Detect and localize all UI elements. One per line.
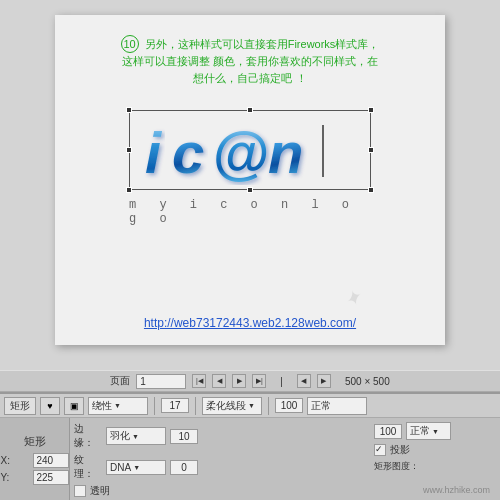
handle-bottom-left[interactable] [126, 187, 132, 193]
svg-text:c: c [172, 120, 204, 185]
rect-size-row: 矩形图度： [374, 460, 496, 473]
zoom-out-btn[interactable]: ◀ [297, 374, 311, 388]
icon-selection-box[interactable]: i c @ n [129, 110, 371, 190]
opacity-num[interactable]: 100 [374, 424, 402, 439]
icon-logo-container: i c @ n m y i c o n l o g o [129, 110, 371, 226]
y-value[interactable]: 225 [33, 470, 69, 485]
edge-label1: 边缘： [74, 422, 102, 450]
x-value[interactable]: 240 [33, 453, 69, 468]
number-field-17: 17 [161, 398, 189, 413]
shadow-checkbox[interactable] [374, 444, 386, 456]
annotation-line3: 想什么，自己搞定吧 ！ [193, 72, 306, 84]
edge-type-val1: 羽化 [110, 429, 130, 443]
texture-num1[interactable]: 0 [170, 460, 198, 475]
mode-dropdown-arrow: ▼ [114, 402, 121, 409]
texture-type-dropdown1[interactable]: DNA ▼ [106, 460, 166, 475]
xy-coords: X: 240 Y: 225 [1, 453, 69, 485]
annotation-number: 10 [121, 35, 139, 53]
properties-panel: 矩形 ♥ ▣ 绕性 ▼ 17 柔化线段 ▼ 100 正常 矩形 [0, 392, 500, 500]
handle-top-left[interactable] [126, 107, 132, 113]
annotation-line2: 这样可以直接调整 颜色，套用你喜欢的不同样式，在 [122, 55, 378, 67]
arrow1: ▼ [132, 433, 139, 440]
mode-label: 绕性 [92, 399, 112, 413]
transparent-row: 透明 [74, 484, 366, 498]
handle-bottom-right[interactable] [368, 187, 374, 193]
canvas-area: 10 另外，这种样式可以直接套用Fireworks样式库， 这样可以直接调整 颜… [0, 0, 500, 370]
edge-dropdown-arrow: ▼ [248, 402, 255, 409]
page-last-btn[interactable]: ▶| [252, 374, 266, 388]
blend-arrow: ▼ [432, 428, 439, 435]
shadow-label: 投影 [390, 443, 410, 457]
transparent-label: 透明 [90, 484, 110, 498]
texture-type-val1: DNA [110, 462, 131, 473]
mode-dropdown[interactable]: 绕性 ▼ [88, 397, 148, 415]
watermark: ✦ [329, 249, 421, 325]
page-next-btn[interactable]: ▶ [232, 374, 246, 388]
opacity-blend-row: 100 正常 ▼ [374, 422, 496, 440]
status-bar: 页面 1 |◀ ◀ ▶ ▶| | ◀ ▶ 500 × 500 [0, 370, 500, 392]
shape-type-label: 矩形 [4, 397, 36, 415]
fill-icon: ▣ [70, 401, 79, 411]
transparent-checkbox[interactable] [74, 485, 86, 497]
blend-val: 正常 [410, 424, 430, 438]
props-middle-panel: 边缘： 羽化 ▼ 10 纹理： DNA ▼ 0 透明 边缘： [70, 418, 370, 500]
separator3 [268, 397, 269, 415]
annotation-block: 10 另外，这种样式可以直接套用Fireworks样式库， 这样可以直接调整 颜… [80, 35, 420, 86]
edge-type-dropdown1[interactable]: 羽化 ▼ [106, 427, 166, 445]
x-label: X: [1, 455, 29, 466]
props-left-panel: 矩形 X: 240 Y: 225 [0, 418, 70, 500]
props-icon-btn2[interactable]: ▣ [64, 397, 84, 415]
zoom-in-btn[interactable]: ▶ [317, 374, 331, 388]
separator: | [280, 376, 283, 387]
icon-logo-svg: i c @ n [140, 115, 360, 185]
x-coord-row: X: 240 [1, 453, 69, 468]
watermark-svg: ✦ [329, 249, 419, 318]
handle-bottom-mid[interactable] [247, 187, 253, 193]
url-link[interactable]: http://web73172443.web2.128web.com/ [144, 316, 356, 330]
heart-icon: ♥ [47, 401, 52, 411]
svg-text:n: n [268, 120, 303, 185]
blend-mode-label: 正常 [311, 399, 331, 413]
props-icon-btn1[interactable]: ♥ [40, 397, 60, 415]
page-first-btn[interactable]: |◀ [192, 374, 206, 388]
y-label: Y: [1, 472, 29, 483]
arrow2: ▼ [133, 464, 140, 471]
texture-label1: 纹理： [74, 453, 102, 481]
canvas-size: 500 × 500 [345, 376, 390, 387]
page-number-field[interactable]: 1 [136, 374, 186, 389]
handle-mid-right[interactable] [368, 147, 374, 153]
separator2 [195, 397, 196, 415]
shape-label: 矩形 [24, 434, 46, 449]
edge-row1: 边缘： 羽化 ▼ 10 [74, 422, 366, 450]
blend-mode-dropdown[interactable]: 正常 [307, 397, 367, 415]
props-top-row: 矩形 ♥ ▣ 绕性 ▼ 17 柔化线段 ▼ 100 正常 [0, 394, 500, 418]
page-label: 页面 [110, 374, 130, 388]
page-number: 1 [140, 376, 146, 387]
edge-num1[interactable]: 10 [170, 429, 198, 444]
document: 10 另外，这种样式可以直接套用Fireworks样式库， 这样可以直接调整 颜… [55, 15, 445, 345]
handle-top-right[interactable] [368, 107, 374, 113]
edge-style-dropdown[interactable]: 柔化线段 ▼ [202, 397, 262, 415]
edge-style-label: 柔化线段 [206, 399, 246, 413]
page-prev-btn[interactable]: ◀ [212, 374, 226, 388]
texture-row1: 纹理： DNA ▼ 0 [74, 453, 366, 481]
annotation-line1: 另外，这种样式可以直接套用Fireworks样式库， [145, 38, 380, 50]
status-bar-center: 页面 1 |◀ ◀ ▶ ▶| | ◀ ▶ 500 × 500 [110, 374, 389, 389]
svg-text:@: @ [212, 120, 269, 185]
separator1 [154, 397, 155, 415]
shadow-row: 投影 [374, 443, 496, 457]
svg-text:i: i [145, 120, 163, 185]
rect-size-label: 矩形图度： [374, 460, 419, 473]
icon-subtitle: m y i c o n l o g o [129, 198, 371, 226]
y-coord-row: Y: 225 [1, 470, 69, 485]
handle-top-mid[interactable] [247, 107, 253, 113]
opacity-value: 100 [275, 398, 303, 413]
site-watermark: www.hzhike.com [423, 485, 490, 495]
svg-text:✦: ✦ [340, 285, 367, 313]
handle-mid-left[interactable] [126, 147, 132, 153]
blend-dropdown[interactable]: 正常 ▼ [406, 422, 451, 440]
